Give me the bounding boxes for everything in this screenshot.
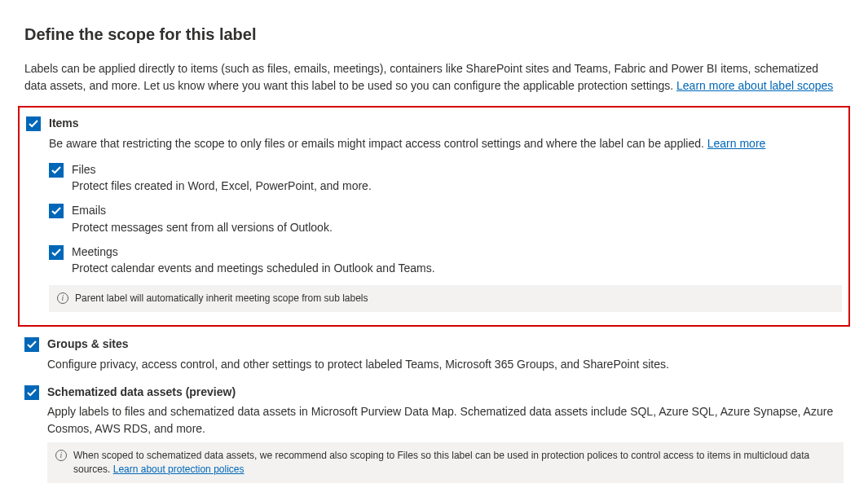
schematized-note-link[interactable]: Learn about protection polices bbox=[113, 464, 245, 475]
meetings-description: Protect calendar events and meetings sch… bbox=[72, 260, 842, 277]
checkmark-icon bbox=[29, 119, 38, 129]
schematized-checkbox[interactable] bbox=[24, 385, 39, 400]
items-label: Items bbox=[49, 116, 842, 132]
schematized-note-text: When scoped to schematized data assets, … bbox=[73, 449, 835, 477]
checkmark-icon bbox=[27, 340, 37, 349]
groups-checkbox[interactable] bbox=[24, 337, 39, 352]
info-icon: i bbox=[57, 292, 68, 304]
emails-label: Emails bbox=[72, 203, 842, 219]
page-description: Labels can be applied directly to items … bbox=[24, 60, 844, 94]
checkmark-icon bbox=[51, 206, 61, 216]
groups-description: Configure privacy, access control, and o… bbox=[47, 356, 844, 373]
files-checkbox[interactable] bbox=[49, 163, 64, 178]
schematized-label: Schematized data assets (preview) bbox=[47, 385, 844, 401]
items-highlight-box: Items Be aware that restricting the scop… bbox=[18, 106, 850, 327]
items-note-bar: i Parent label will automatically inheri… bbox=[49, 285, 842, 312]
meetings-label: Meetings bbox=[72, 244, 842, 261]
meetings-checkbox[interactable] bbox=[49, 245, 64, 260]
schematized-description: Apply labels to files and schematized da… bbox=[47, 403, 844, 437]
items-note-text: Parent label will automatically inherit … bbox=[75, 292, 368, 305]
checkmark-icon bbox=[51, 165, 61, 175]
page-title: Define the scope for this label bbox=[24, 23, 844, 46]
files-label: Files bbox=[72, 162, 842, 178]
groups-label: Groups & sites bbox=[47, 336, 844, 353]
files-description: Protect files created in Word, Excel, Po… bbox=[72, 178, 842, 195]
learn-more-scopes-link[interactable]: Learn more about label scopes bbox=[676, 79, 833, 92]
checkmark-icon bbox=[51, 248, 61, 257]
checkmark-icon bbox=[27, 388, 37, 398]
info-icon: i bbox=[55, 450, 67, 461]
items-learn-more-link[interactable]: Learn more bbox=[707, 137, 766, 150]
emails-checkbox[interactable] bbox=[49, 204, 64, 218]
items-checkbox[interactable] bbox=[26, 116, 41, 131]
items-description: Be aware that restricting the scope to o… bbox=[49, 135, 842, 152]
emails-description: Protect messages sent from all versions … bbox=[72, 219, 842, 236]
schematized-note-bar: i When scoped to schematized data assets… bbox=[47, 442, 844, 483]
